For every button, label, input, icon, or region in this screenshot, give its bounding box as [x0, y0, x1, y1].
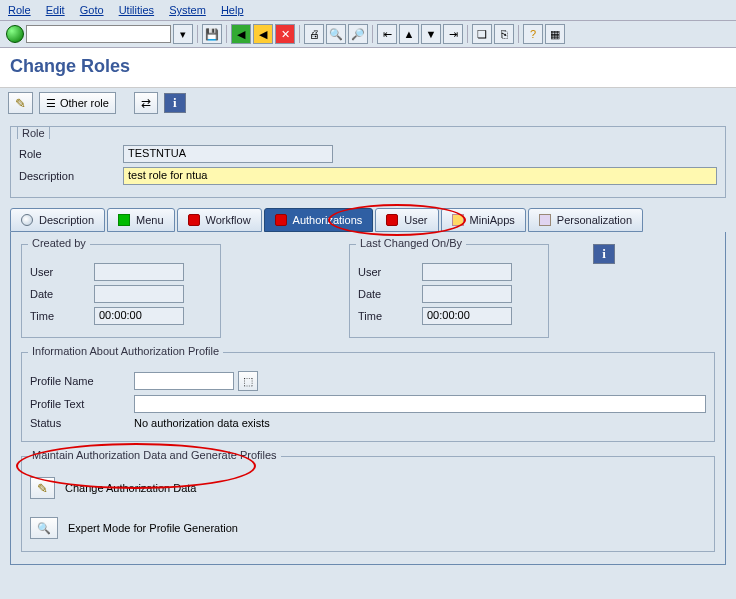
tab-user[interactable]: User: [375, 208, 438, 232]
find-icon[interactable]: 🔍: [326, 24, 346, 44]
magnifier-icon: [37, 522, 51, 535]
maintain-group: Maintain Authorization Data and Generate…: [21, 456, 715, 552]
changed-user-field: [422, 263, 512, 281]
tab-miniapps[interactable]: MiniApps: [441, 208, 526, 232]
help-icon[interactable]: ?: [523, 24, 543, 44]
role-field[interactable]: TESTNTUA: [123, 145, 333, 163]
expert-mode-button[interactable]: [30, 517, 58, 539]
print-icon[interactable]: 🖨: [304, 24, 324, 44]
changed-time-label: Time: [358, 310, 418, 322]
pencil-icon: [37, 481, 48, 496]
title-area: Change Roles: [0, 48, 736, 88]
menu-utilities[interactable]: Utilities: [119, 2, 154, 18]
created-time-label: Time: [30, 310, 90, 322]
next-page-icon[interactable]: ▼: [421, 24, 441, 44]
page-title: Change Roles: [10, 56, 726, 77]
profile-search-button[interactable]: ⬚: [238, 371, 258, 391]
magnifier-icon: [21, 214, 33, 226]
pencil-icon: [15, 96, 26, 111]
tab-miniapps-label: MiniApps: [470, 214, 515, 226]
search-help-icon: ⬚: [243, 375, 253, 388]
tab-authorizations[interactable]: Authorizations: [264, 208, 374, 232]
tabstrip: Description Menu Workflow Authorizations…: [10, 208, 726, 232]
changed-user-label: User: [358, 266, 418, 278]
back-icon[interactable]: ◀: [231, 24, 251, 44]
tab-workflow-label: Workflow: [206, 214, 251, 226]
expert-mode-label: Expert Mode for Profile Generation: [68, 522, 238, 534]
created-date-field: [94, 285, 184, 303]
change-auth-label: Change Authorization Data: [65, 482, 196, 494]
enter-button[interactable]: [6, 25, 24, 43]
first-page-icon[interactable]: ⇤: [377, 24, 397, 44]
content-area: Role Role TESTNTUA Description test role…: [0, 118, 736, 573]
status-red-icon: [188, 214, 200, 226]
miniapps-icon: [452, 214, 464, 226]
system-toolbar: ▾ 💾 ◀ ◀ ✕ 🖨 🔍 🔎 ⇤ ▲ ▼ ⇥ ❏ ⎘ ? ▦: [0, 21, 736, 48]
changed-by-title: Last Changed On/By: [356, 237, 466, 249]
new-session-icon[interactable]: ❏: [472, 24, 492, 44]
profile-info-group: Information About Authorization Profile …: [21, 352, 715, 442]
tab-authorizations-label: Authorizations: [293, 214, 363, 226]
created-date-label: Date: [30, 288, 90, 300]
changed-time-field: 00:00:00: [422, 307, 512, 325]
created-time-field: 00:00:00: [94, 307, 184, 325]
created-by-group: Created by User Date Time00:00:00: [21, 244, 221, 338]
save-icon[interactable]: 💾: [202, 24, 222, 44]
tab-menu-label: Menu: [136, 214, 164, 226]
role-label: Role: [19, 148, 119, 160]
info-button-top[interactable]: i: [164, 93, 186, 113]
menubar: Role Edit Goto Utilities System Help: [0, 0, 736, 21]
profile-name-field[interactable]: [134, 372, 234, 390]
menu-goto[interactable]: Goto: [80, 2, 104, 18]
personalization-icon: [539, 214, 551, 226]
menu-help[interactable]: Help: [221, 2, 244, 18]
transport-button[interactable]: [134, 92, 158, 114]
cancel-icon[interactable]: ✕: [275, 24, 295, 44]
maintain-title: Maintain Authorization Data and Generate…: [28, 449, 281, 461]
other-role-icon: ☰: [46, 97, 56, 110]
status-red-icon: [275, 214, 287, 226]
change-auth-button[interactable]: [30, 477, 55, 499]
other-role-label: Other role: [60, 97, 109, 109]
changed-date-label: Date: [358, 288, 418, 300]
shortcut-icon[interactable]: ⎘: [494, 24, 514, 44]
description-label: Description: [19, 170, 119, 182]
tab-description[interactable]: Description: [10, 208, 105, 232]
tab-personalization[interactable]: Personalization: [528, 208, 643, 232]
profile-info-title: Information About Authorization Profile: [28, 345, 223, 357]
created-by-title: Created by: [28, 237, 90, 249]
profile-text-label: Profile Text: [30, 398, 130, 410]
changed-by-group: Last Changed On/By User Date Time00:00:0…: [349, 244, 549, 338]
changed-date-field: [422, 285, 512, 303]
tab-menu[interactable]: Menu: [107, 208, 175, 232]
prev-page-icon[interactable]: ▲: [399, 24, 419, 44]
status-label: Status: [30, 417, 130, 429]
tab-workflow[interactable]: Workflow: [177, 208, 262, 232]
role-group-title: Role: [17, 126, 50, 139]
menu-role[interactable]: Role: [8, 2, 31, 18]
created-user-field: [94, 263, 184, 281]
status-green-icon: [118, 214, 130, 226]
created-user-label: User: [30, 266, 90, 278]
last-page-icon[interactable]: ⇥: [443, 24, 463, 44]
tab-personalization-label: Personalization: [557, 214, 632, 226]
layout-icon[interactable]: ▦: [545, 24, 565, 44]
tab-content: Created by User Date Time00:00:00 Last C…: [10, 232, 726, 565]
find-next-icon[interactable]: 🔎: [348, 24, 368, 44]
arrows-icon: [141, 96, 151, 110]
exit-icon[interactable]: ◀: [253, 24, 273, 44]
command-field[interactable]: [26, 25, 171, 43]
tab-user-label: User: [404, 214, 427, 226]
status-value: No authorization data exists: [134, 417, 270, 429]
role-group: Role Role TESTNTUA Description test role…: [10, 126, 726, 198]
menu-system[interactable]: System: [169, 2, 206, 18]
app-toolbar: ☰ Other role i: [0, 88, 736, 118]
info-button-tab[interactable]: i: [593, 244, 615, 264]
profile-name-label: Profile Name: [30, 375, 130, 387]
toggle-display-button[interactable]: [8, 92, 33, 114]
dropdown-icon[interactable]: ▾: [173, 24, 193, 44]
menu-edit[interactable]: Edit: [46, 2, 65, 18]
description-field[interactable]: test role for ntua: [123, 167, 717, 185]
other-role-button[interactable]: ☰ Other role: [39, 92, 116, 114]
profile-text-field[interactable]: [134, 395, 706, 413]
